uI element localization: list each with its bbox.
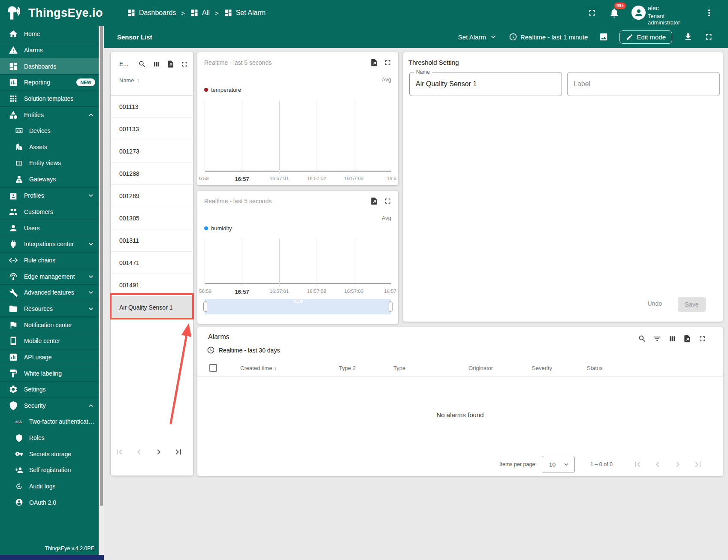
entity-row[interactable]: 001305 bbox=[111, 207, 193, 229]
sidebar-item-audit-logs[interactable]: Audit logs bbox=[0, 478, 99, 494]
notifications-button[interactable]: 99+ bbox=[609, 7, 620, 18]
sidebar-item-solution-templates[interactable]: Solution templates bbox=[0, 90, 99, 107]
timewindow-button[interactable]: Realtime - last 1 minute bbox=[509, 33, 588, 41]
sidebar-item-mobile-center[interactable]: Mobile center bbox=[0, 333, 99, 349]
time-range-selector[interactable]: ••• bbox=[205, 299, 391, 314]
breadcrumb-dashboards[interactable]: Dashboards bbox=[127, 9, 176, 17]
fullscreen-icon[interactable] bbox=[181, 60, 189, 68]
undo-button[interactable]: Undo bbox=[648, 300, 662, 307]
range-handle-left[interactable] bbox=[203, 301, 207, 312]
columns-icon[interactable] bbox=[152, 60, 160, 68]
sidebar-item-notification-center[interactable]: Notification center bbox=[0, 316, 99, 333]
export-icon[interactable] bbox=[166, 60, 175, 68]
chart-plot-area[interactable] bbox=[205, 100, 391, 172]
next-page-icon[interactable] bbox=[673, 459, 683, 470]
entity-row[interactable]: 001273 bbox=[111, 140, 193, 163]
sidebar-item-alarms[interactable]: Alarms bbox=[0, 42, 99, 58]
sidebar-item-api-usage[interactable]: API usage bbox=[0, 349, 99, 365]
download-icon[interactable] bbox=[683, 32, 693, 42]
sidebar-item-dashboards[interactable]: Dashboards bbox=[0, 58, 99, 74]
fullscreen-icon[interactable] bbox=[384, 197, 392, 205]
sidebar-item-resources[interactable]: Resources bbox=[0, 301, 99, 317]
sidebar-item-reporting[interactable]: ReportingNEW bbox=[0, 74, 99, 90]
entity-row-selected[interactable]: Air Quality Sensor 1 bbox=[111, 296, 193, 319]
column-status[interactable]: Status bbox=[587, 365, 603, 371]
last-page-icon[interactable] bbox=[173, 447, 184, 457]
first-page-icon[interactable] bbox=[114, 447, 124, 457]
columns-icon[interactable] bbox=[668, 334, 677, 343]
entity-row[interactable]: 001471 bbox=[111, 252, 193, 274]
sidebar-item-assets[interactable]: Assets bbox=[0, 139, 99, 155]
sidebar-scrollbar[interactable] bbox=[99, 26, 104, 555]
entity-row[interactable]: 001289 bbox=[111, 185, 193, 207]
column-type[interactable]: Type bbox=[393, 365, 405, 371]
image-icon[interactable] bbox=[599, 32, 608, 42]
export-icon[interactable] bbox=[370, 58, 378, 67]
column-created-time[interactable]: Created time↓ bbox=[240, 365, 277, 371]
sidebar-item-customers[interactable]: Customers bbox=[0, 204, 99, 220]
fullscreen-icon[interactable] bbox=[698, 334, 707, 343]
column-originator[interactable]: Originator bbox=[468, 365, 493, 371]
breadcrumb-all[interactable]: All bbox=[190, 9, 210, 17]
first-page-icon[interactable] bbox=[632, 459, 643, 470]
previous-page-icon[interactable] bbox=[652, 459, 663, 470]
edit-mode-button[interactable]: Edit mode bbox=[619, 30, 672, 44]
range-grip[interactable]: ••• bbox=[293, 300, 303, 303]
sidebar-item-advanced-features[interactable]: Advanced features bbox=[0, 284, 99, 301]
breadcrumb-set-alarm[interactable]: Set Alarm bbox=[224, 9, 266, 17]
sidebar-item-secrets-storage[interactable]: Secrets storage bbox=[0, 446, 99, 462]
filter-icon[interactable] bbox=[653, 334, 662, 343]
entity-row[interactable]: 001288 bbox=[111, 163, 193, 185]
entity-row[interactable]: 001311 bbox=[111, 229, 193, 252]
avatar[interactable] bbox=[631, 6, 646, 20]
search-icon[interactable] bbox=[138, 60, 146, 68]
select-all-checkbox[interactable] bbox=[209, 364, 217, 372]
column-severity[interactable]: Severity bbox=[532, 365, 552, 371]
entity-row[interactable]: 001113 bbox=[111, 96, 193, 118]
sidebar-item-devices[interactable]: Devices bbox=[0, 123, 99, 139]
sidebar-item-users[interactable]: Users bbox=[0, 220, 99, 236]
sidebar-item-roles[interactable]: Roles bbox=[0, 430, 99, 446]
sidebar-item-entity-views[interactable]: Entity views bbox=[0, 155, 99, 172]
name-input[interactable] bbox=[416, 72, 553, 96]
fullscreen-icon[interactable] bbox=[587, 8, 597, 18]
sidebar-item-self-registration[interactable]: Self registration bbox=[0, 462, 99, 479]
fullscreen-icon[interactable] bbox=[704, 32, 713, 42]
range-handle-right[interactable] bbox=[389, 301, 393, 312]
kebab-menu-icon[interactable] bbox=[704, 8, 714, 18]
sidebar-item-edge-management[interactable]: Edge management bbox=[0, 268, 99, 284]
previous-page-icon[interactable] bbox=[134, 447, 144, 457]
sidebar-item-settings[interactable]: Settings bbox=[0, 381, 99, 397]
legend-temperature[interactable]: temperature bbox=[204, 87, 241, 93]
sidebar-item-oauth[interactable]: OAuth 2.0 bbox=[0, 494, 99, 511]
entity-row[interactable]: 001133 bbox=[111, 118, 193, 140]
export-icon[interactable] bbox=[370, 197, 378, 205]
sidebar-item-integrations-center[interactable]: Integrations center bbox=[0, 236, 99, 252]
export-icon[interactable] bbox=[683, 334, 692, 343]
sidebar-item-home[interactable]: Home bbox=[0, 26, 99, 42]
search-icon[interactable] bbox=[638, 334, 646, 343]
app-logo[interactable]: ThingsEye.io bbox=[6, 5, 103, 21]
save-button[interactable]: Save bbox=[678, 297, 706, 312]
entity-row[interactable]: 001491 bbox=[111, 274, 193, 296]
sidebar-item-rule-chains[interactable]: Rule chains bbox=[0, 252, 99, 268]
sidebar-item-gateways[interactable]: Gateways bbox=[0, 171, 99, 187]
alarms-timewindow-button[interactable]: Realtime - last 30 days bbox=[207, 346, 280, 354]
sidebar-item-two-factor[interactable]: 2FATwo-factor authenticati… bbox=[0, 414, 99, 430]
fullscreen-icon[interactable] bbox=[384, 58, 392, 67]
next-page-icon[interactable] bbox=[154, 447, 164, 457]
column-type2[interactable]: Type 2 bbox=[339, 365, 356, 371]
sidebar-item-security[interactable]: Security bbox=[0, 397, 99, 414]
sidebar-item-entities[interactable]: Entities bbox=[0, 106, 99, 123]
sidebar-item-profiles[interactable]: Profiles bbox=[0, 187, 99, 204]
scrollbar-thumb[interactable] bbox=[100, 26, 103, 506]
legend-humidity[interactable]: humidity bbox=[204, 225, 232, 232]
label-input[interactable] bbox=[574, 72, 711, 96]
chart-plot-area[interactable] bbox=[205, 239, 391, 284]
items-per-page-select[interactable]: 10 bbox=[542, 456, 575, 473]
state-selector[interactable]: Set Alarm bbox=[458, 33, 498, 41]
last-page-icon[interactable] bbox=[693, 459, 703, 470]
name-column-header[interactable]: Name↑ bbox=[119, 77, 139, 84]
sidebar-item-white-labeling[interactable]: White labeling bbox=[0, 365, 99, 381]
user-info[interactable]: alec Tenant administrator bbox=[648, 5, 693, 26]
